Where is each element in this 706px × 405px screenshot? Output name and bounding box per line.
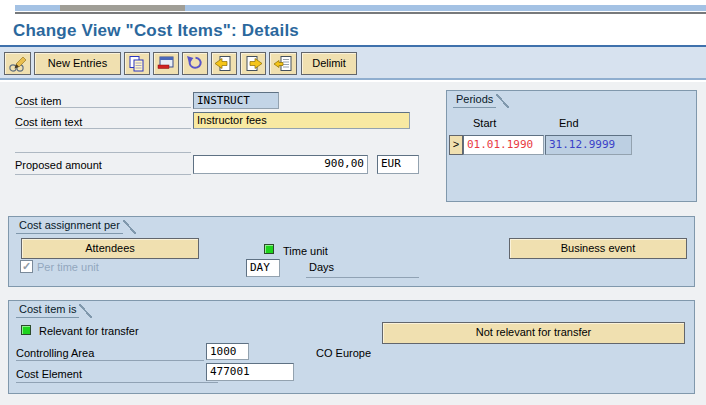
cost-item-text-field[interactable]: Instructor fees	[193, 112, 410, 129]
copy-as-button[interactable]	[124, 52, 150, 75]
delimit-button[interactable]: Delimit	[301, 52, 357, 75]
proposed-amount-label: Proposed amount	[15, 159, 102, 171]
label-underline	[15, 107, 191, 108]
next-entry-button[interactable]	[240, 52, 266, 75]
display-change-toggle-icon	[8, 55, 28, 73]
period-row-selector-button[interactable]: >	[449, 135, 463, 155]
cost-element-label: Cost Element	[16, 368, 82, 380]
label-underline	[16, 360, 204, 361]
top-statusbar-segment	[60, 5, 185, 11]
controlling-area-label: Controlling Area	[16, 347, 94, 359]
period-start-date-field[interactable]: 01.01.1990	[463, 135, 544, 155]
time-unit-text-underline	[306, 277, 419, 278]
new-entries-button[interactable]: New Entries	[34, 52, 121, 75]
periods-start-column-header: Start	[473, 117, 496, 129]
per-time-unit-label: Per time unit	[37, 261, 99, 273]
controlling-area-field[interactable]: 1000	[206, 343, 249, 360]
time-unit-led-icon	[264, 244, 274, 254]
display-change-toggle-button[interactable]	[4, 52, 31, 75]
cost-assignment-groupbox: Cost assignment per Attendees Time unit …	[8, 216, 695, 287]
period-end-date-field[interactable]: 31.12.9999	[545, 135, 632, 155]
delete-button[interactable]	[153, 52, 179, 75]
previous-entry-icon	[214, 55, 234, 73]
cost-item-is-groupbox-title: Cost item is	[16, 302, 79, 318]
top-divider	[15, 12, 706, 14]
relevant-for-transfer-led-icon	[21, 325, 31, 335]
proposed-amount-field[interactable]: 900,00	[193, 155, 368, 174]
cost-item-label: Cost item	[15, 95, 61, 107]
periods-groupbox-title: Periods	[453, 92, 496, 108]
delete-icon	[156, 55, 176, 73]
controlling-area-text: CO Europe	[316, 347, 371, 359]
page-title: Change View "Cost Items": Details	[13, 21, 299, 41]
sap-change-view-window: Change View "Cost Items": Details New En…	[0, 0, 706, 405]
currency-field[interactable]: EUR	[377, 155, 419, 174]
cost-item-text-label: Cost item text	[15, 116, 82, 128]
time-unit-text: Days	[309, 261, 334, 273]
label-underline	[15, 174, 191, 175]
label-underline	[15, 128, 191, 129]
periods-end-column-header: End	[559, 117, 579, 129]
not-relevant-for-transfer-button[interactable]: Not relevant for transfer	[382, 322, 685, 344]
copy-as-icon	[127, 55, 147, 73]
time-unit-label: Time unit	[283, 245, 328, 257]
other-entry-button[interactable]	[269, 52, 297, 75]
cost-element-field[interactable]: 477001	[206, 363, 294, 381]
periods-groupbox: Periods Start End > 01.01.1990 31.12.999…	[446, 90, 697, 202]
per-time-unit-checkbox[interactable]: ✓	[20, 260, 33, 273]
attendees-button[interactable]: Attendees	[21, 238, 199, 259]
undo-icon	[185, 55, 205, 73]
next-entry-icon	[243, 55, 263, 73]
business-event-button[interactable]: Business event	[509, 238, 687, 259]
cost-assignment-groupbox-title: Cost assignment per	[16, 218, 123, 234]
time-unit-value-field[interactable]: DAY	[246, 259, 280, 277]
application-toolbar: New Entries	[0, 47, 706, 80]
relevant-for-transfer-label: Relevant for transfer	[39, 325, 139, 337]
undo-button[interactable]	[182, 52, 208, 75]
cost-item-field[interactable]: INSTRUCT	[193, 92, 279, 109]
label-underline	[15, 152, 191, 153]
other-entry-icon	[273, 55, 293, 73]
label-underline	[16, 382, 218, 383]
cost-item-is-groupbox: Cost item is Relevant for transfer Not r…	[8, 300, 695, 394]
previous-entry-button[interactable]	[211, 52, 237, 75]
